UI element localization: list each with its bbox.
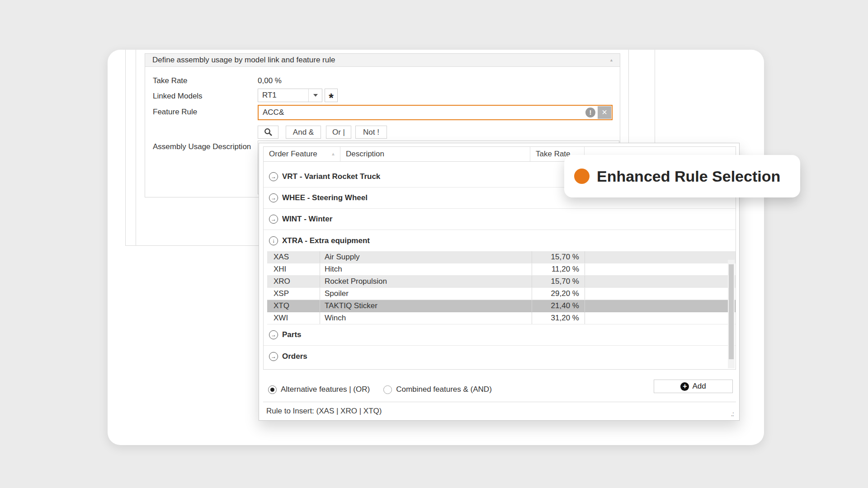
validation-error-icon: !	[585, 108, 595, 117]
or-radio[interactable]	[268, 385, 277, 394]
and-operator-button[interactable]: And &	[286, 126, 321, 139]
feature-code: XSP	[267, 288, 320, 300]
add-button[interactable]: + Add	[654, 380, 733, 393]
group-row-orders[interactable]: → Orders	[264, 346, 736, 367]
chevron-down-icon	[313, 94, 318, 97]
feature-code: XRO	[267, 276, 320, 287]
and-radio-label: Combined features & (AND)	[396, 385, 492, 394]
or-operator-button[interactable]: Or |	[326, 126, 351, 139]
collapse-panel-icon[interactable]: ▲	[609, 58, 613, 62]
feature-description: Spoiler	[320, 288, 532, 300]
feature-filler	[585, 312, 736, 324]
radio-dot	[270, 388, 274, 392]
feature-row-xsp[interactable]: XSP Spoiler 29,20 %	[267, 288, 736, 300]
feature-description: Hitch	[320, 263, 532, 275]
feature-code: XHI	[267, 263, 320, 275]
enhanced-rule-selection-badge: Enhanced Rule Selection	[564, 155, 800, 197]
dialog-border-left-outer	[125, 50, 126, 246]
feature-take-rate: 29,20 %	[532, 288, 585, 300]
sort-ascending-icon: ▲	[331, 147, 335, 161]
group-label: XTRA - Extra equipment	[282, 236, 370, 245]
feature-filler	[585, 288, 736, 300]
not-operator-button[interactable]: Not !	[355, 126, 387, 139]
groupbox-title: Define assembly usage by model link and …	[152, 54, 335, 66]
feature-code: XTQ	[267, 300, 320, 312]
feature-description: TAKTIQ Sticker	[320, 300, 532, 312]
column-header-order-feature[interactable]: Order Feature ▲	[264, 147, 340, 161]
linked-models-value: RT1	[258, 91, 308, 100]
group-row-parts[interactable]: → Parts	[264, 324, 736, 346]
search-button[interactable]	[258, 126, 278, 139]
expander-collapsed-icon[interactable]: →	[269, 172, 278, 181]
feature-row-xas[interactable]: XAS Air Supply 15,70 %	[267, 251, 736, 263]
group-label: Orders	[282, 352, 307, 361]
expander-collapsed-icon[interactable]: →	[269, 215, 278, 224]
application-window: Define assembly usage by model link and …	[0, 0, 868, 488]
group-row-xtra[interactable]: ↓ XTRA - Extra equipment	[264, 230, 736, 251]
feature-row-xwi[interactable]: XWI Winch 31,20 %	[267, 312, 736, 324]
assembly-usage-description-label: Assembly Usage Description	[153, 142, 251, 151]
clear-input-button[interactable]: ×	[598, 106, 611, 119]
feature-row-xhi[interactable]: XHI Hitch 11,20 %	[267, 263, 736, 276]
feature-take-rate: 15,70 %	[532, 251, 585, 263]
status-separator	[263, 402, 736, 402]
group-label: WHEE - Steering Wheel	[282, 193, 368, 202]
feature-take-rate: 31,20 %	[532, 312, 585, 324]
and-radio[interactable]	[383, 385, 392, 394]
resize-grip[interactable]: .:	[731, 410, 734, 418]
feature-rule-label: Feature Rule	[153, 108, 197, 117]
feature-filler	[585, 300, 736, 312]
feature-take-rate: 11,20 %	[532, 263, 585, 275]
column-header-description[interactable]: Description	[340, 147, 530, 161]
group-label: WINT - Winter	[282, 215, 332, 224]
feature-take-rate: 21,40 %	[532, 300, 585, 312]
feature-filler	[585, 276, 736, 287]
badge-label: Enhanced Rule Selection	[597, 168, 780, 185]
expander-expanded-icon[interactable]: ↓	[269, 236, 278, 245]
feature-filler	[585, 263, 736, 275]
wildcard-button[interactable]: *	[325, 89, 338, 102]
take-rate-value: 0,00 %	[258, 76, 282, 85]
feature-code: XWI	[267, 312, 320, 324]
groupbox-header[interactable]: Define assembly usage by model link and …	[145, 54, 620, 67]
group-label: VRT - Variant Rocket Truck	[282, 172, 380, 181]
expander-collapsed-icon[interactable]: →	[269, 352, 278, 361]
scrollbar-thumb[interactable]	[729, 264, 734, 359]
feature-description: Air Supply	[320, 251, 532, 263]
rule-to-insert-status: Rule to Insert: (XAS | XRO | XTQ)	[266, 407, 382, 416]
feature-row-xtq[interactable]: XTQ TAKTIQ Sticker 21,40 %	[267, 300, 736, 312]
feature-description: Winch	[320, 312, 532, 324]
group-label: Parts	[282, 330, 302, 339]
linked-models-label: Linked Models	[153, 92, 203, 101]
column-header-label: Order Feature	[269, 150, 317, 158]
add-button-label: Add	[692, 382, 706, 391]
combobox-dropdown-button[interactable]	[308, 89, 322, 102]
vertical-scrollbar[interactable]: ▼	[728, 260, 735, 368]
take-rate-label: Take Rate	[153, 76, 188, 85]
feature-rule-value: ACC&	[259, 108, 585, 117]
or-radio-label: Alternative features | (OR)	[281, 385, 370, 394]
group-row-wint[interactable]: → WINT - Winter	[264, 209, 736, 230]
dialog-border-left-inner	[136, 50, 136, 246]
linked-models-combobox[interactable]: RT1	[258, 89, 322, 102]
combine-mode-options: Alternative features | (OR) Combined fea…	[268, 381, 492, 398]
plus-icon: +	[680, 382, 689, 391]
feature-row-xro[interactable]: XRO Rocket Propulsion 15,70 %	[267, 276, 736, 288]
feature-take-rate: 15,70 %	[532, 276, 585, 287]
feature-rule-input[interactable]: ACC& ! ×	[258, 105, 613, 120]
search-icon	[264, 128, 273, 136]
feature-description: Rocket Propulsion	[320, 276, 532, 287]
feature-filler	[585, 251, 736, 263]
feature-code: XAS	[267, 251, 320, 263]
orange-dot-icon	[574, 169, 590, 184]
expander-collapsed-icon[interactable]: →	[269, 193, 278, 202]
expander-collapsed-icon[interactable]: →	[269, 330, 278, 339]
